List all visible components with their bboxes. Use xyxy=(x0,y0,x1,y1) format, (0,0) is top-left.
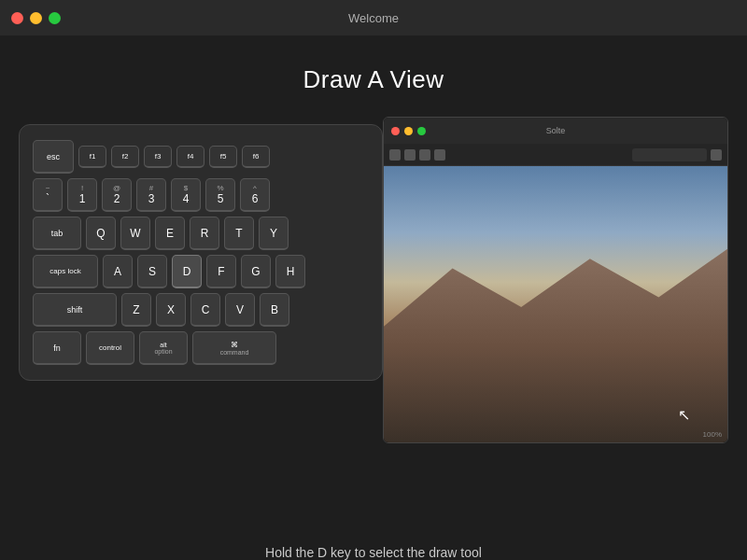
key-s: S xyxy=(137,255,167,288)
key-c: C xyxy=(190,293,220,327)
key-b: B xyxy=(260,293,289,327)
key-f4: f4 xyxy=(176,146,204,168)
toolbar-icon-4 xyxy=(434,149,445,161)
key-1: !1 xyxy=(67,178,97,212)
toolbar-icon-2 xyxy=(404,149,416,161)
preview-zoom: 100% xyxy=(703,430,722,439)
key-f5: f5 xyxy=(209,146,237,168)
key-command: ⌘command xyxy=(192,331,276,365)
key-d: D xyxy=(172,255,202,288)
key-tab: tab xyxy=(33,217,81,250)
toolbar-icon-5 xyxy=(711,149,722,161)
keyboard-row-modifiers: fn control altoption ⌘command xyxy=(33,331,369,365)
key-f2: f2 xyxy=(111,146,139,168)
preview-cursor: ↖ xyxy=(678,406,690,424)
key-w: W xyxy=(120,217,150,250)
keyboard-row-numbers: ~` !1 @2 #3 $4 %5 ^6 xyxy=(33,178,369,212)
key-y: Y xyxy=(259,217,289,250)
key-esc: esc xyxy=(33,140,74,174)
traffic-lights xyxy=(11,12,61,24)
key-5: %5 xyxy=(205,178,235,212)
workspace-input xyxy=(632,148,707,161)
keyboard-row-qwerty: tab Q W E R T Y xyxy=(33,217,369,250)
key-t: T xyxy=(224,217,254,250)
preview-body: ↖ 100% xyxy=(384,166,727,442)
page-title: Draw A View xyxy=(303,65,444,94)
minimize-button[interactable] xyxy=(30,12,42,24)
toolbar-icon-1 xyxy=(389,149,401,161)
preview-window: Solte ↖ 100% xyxy=(383,117,728,443)
key-f3: f3 xyxy=(144,146,172,168)
key-r: R xyxy=(190,217,219,250)
key-q: Q xyxy=(86,217,116,250)
key-e: E xyxy=(155,217,185,250)
key-3: #3 xyxy=(136,178,166,212)
key-control: control xyxy=(86,331,134,365)
preview-titlebar: Solte xyxy=(384,118,727,144)
main-content: Draw A View esc f1 f2 f3 f4 f5 f6 ~` !1 xyxy=(0,35,747,560)
key-a: A xyxy=(103,255,133,288)
key-6: ^6 xyxy=(240,178,270,212)
title-bar: Welcome xyxy=(0,0,747,35)
instruction-text: Hold the D key to select the draw tool xyxy=(265,545,482,560)
preview-toolbar xyxy=(384,144,727,166)
key-capslock: caps lock xyxy=(33,255,98,288)
key-option: altoption xyxy=(139,331,188,365)
preview-title: Solte xyxy=(546,126,566,135)
preview-maximize xyxy=(417,127,426,135)
key-z: Z xyxy=(121,293,151,327)
key-h: H xyxy=(275,255,305,288)
key-4: $4 xyxy=(171,178,201,212)
key-shift: shift xyxy=(33,293,117,327)
key-f: F xyxy=(206,255,236,288)
key-f6: f6 xyxy=(242,146,270,168)
keyboard-row-asdf: caps lock A S D F G H xyxy=(33,255,369,288)
toolbar-icon-3 xyxy=(419,149,430,161)
keyboard-row-fn: esc f1 f2 f3 f4 f5 f6 xyxy=(33,140,369,174)
key-fn: fn xyxy=(33,331,81,365)
window-title: Welcome xyxy=(348,11,399,25)
key-2: @2 xyxy=(102,178,132,212)
keyboard-row-zxcv: shift Z X C V B xyxy=(33,293,369,327)
preview-close xyxy=(391,127,400,135)
close-button[interactable] xyxy=(11,12,23,24)
key-tilde: ~` xyxy=(33,178,63,212)
key-f1: f1 xyxy=(78,146,106,168)
key-g: G xyxy=(241,255,271,288)
maximize-button[interactable] xyxy=(49,12,61,24)
key-x: X xyxy=(156,293,186,327)
keyboard: esc f1 f2 f3 f4 f5 f6 ~` !1 @2 xyxy=(19,124,383,381)
screenshot-preview: Solte ↖ 100% xyxy=(383,117,728,443)
key-v: V xyxy=(225,293,255,327)
preview-minimize xyxy=(404,127,413,135)
middle-section: esc f1 f2 f3 f4 f5 f6 ~` !1 @2 xyxy=(0,117,747,536)
